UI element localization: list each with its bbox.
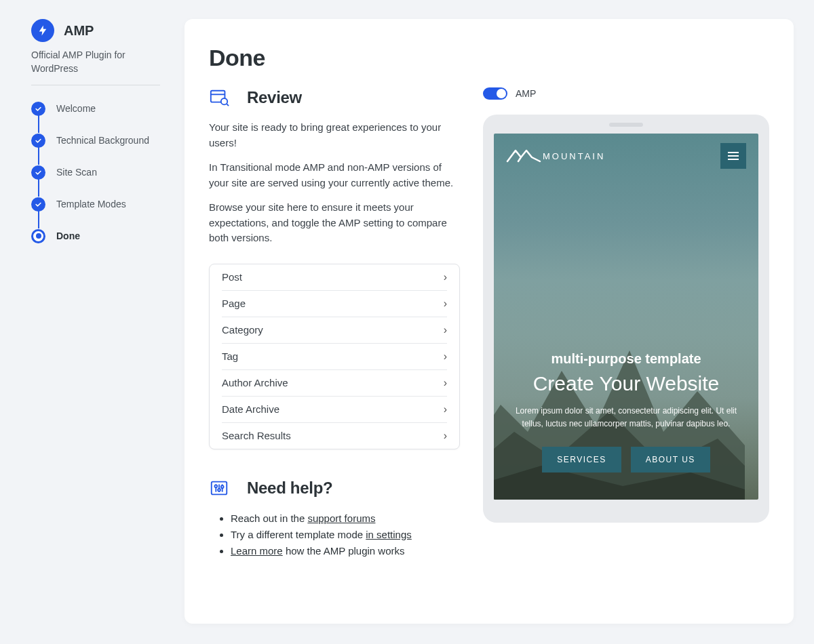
about-us-button[interactable]: ABOUT US (631, 447, 710, 472)
main-card: Done Review Your site is (185, 19, 794, 624)
step-label: Technical Background (56, 135, 149, 146)
hamburger-icon (727, 151, 739, 161)
type-item-date-archive[interactable]: Date Archive › (222, 397, 447, 423)
review-p1: Your site is ready to bring great experi… (209, 120, 460, 150)
learn-more-link[interactable]: Learn more (231, 545, 283, 557)
services-button[interactable]: SERVICES (542, 447, 621, 472)
preview-header: MOUNTAIN (506, 143, 746, 169)
sidebar: AMP Official AMP Plugin for WordPress We… (31, 19, 160, 624)
type-label: Tag (222, 350, 238, 362)
step-technical-background[interactable]: Technical Background (31, 129, 160, 151)
type-item-post[interactable]: Post › (222, 264, 447, 291)
device-preview: MOUNTAIN multi-purpose t (483, 115, 769, 523)
help-heading: Need help? (247, 479, 332, 498)
chevron-right-icon: › (444, 271, 447, 283)
check-icon (31, 102, 45, 116)
chevron-right-icon: › (444, 298, 447, 310)
help-item: Reach out in the support forums (231, 510, 460, 526)
device-notch (609, 123, 643, 127)
step-label: Site Scan (56, 167, 97, 178)
help-item: Learn more how the AMP plugin works (231, 543, 460, 559)
step-label: Template Modes (56, 199, 126, 209)
preview-screen: MOUNTAIN multi-purpose t (494, 134, 758, 500)
in-settings-link[interactable]: in settings (366, 529, 412, 540)
chevron-right-icon: › (444, 324, 447, 336)
amp-toggle-row: AMP (483, 87, 769, 100)
step-welcome[interactable]: Welcome (31, 98, 160, 119)
review-p3: Browse your site here to ensure it meets… (209, 200, 460, 246)
review-description: Your site is ready to bring great experi… (209, 120, 460, 246)
type-item-page[interactable]: Page › (222, 291, 447, 317)
current-step-icon (31, 229, 45, 243)
content-type-list: Post › Page › Category › Tag › (209, 264, 460, 449)
type-label: Category (222, 324, 263, 336)
help-section: Need help? Reach out in the support foru… (209, 478, 460, 559)
type-label: Post (222, 271, 242, 283)
type-label: Page (222, 298, 246, 309)
amp-logo-icon (31, 19, 54, 42)
preview-site-name: MOUNTAIN (543, 151, 605, 161)
type-label: Date Archive (222, 403, 279, 415)
chevron-right-icon: › (444, 430, 447, 442)
review-heading: Review (247, 88, 302, 107)
wizard-steps: Welcome Technical Background Site Scan T… (31, 98, 160, 247)
brand-subtitle: Official AMP Plugin for WordPress (31, 49, 160, 85)
right-column: AMP (483, 87, 769, 523)
hero-subtitle: multi-purpose template (506, 351, 746, 367)
check-icon (31, 197, 45, 212)
page-title: Done (209, 45, 769, 71)
preview-hero: multi-purpose template Create Your Websi… (506, 351, 746, 500)
hero-description: Lorem ipsum dolor sit amet, consectetur … (506, 405, 746, 430)
mountain-logo-icon (506, 146, 541, 165)
left-column: Review Your site is ready to bring great… (209, 87, 460, 559)
chevron-right-icon: › (444, 377, 447, 389)
amp-toggle-label: AMP (516, 88, 536, 99)
brand-name: AMP (64, 23, 94, 39)
svg-line-3 (227, 104, 229, 106)
brand: AMP (31, 19, 160, 42)
amp-toggle[interactable] (483, 87, 507, 100)
type-label: Search Results (222, 430, 291, 441)
svg-point-10 (221, 485, 224, 488)
sliders-icon (209, 478, 229, 498)
review-p2: In Transitional mode AMP and non-AMP ver… (209, 160, 460, 190)
step-label: Welcome (56, 103, 96, 114)
hamburger-menu-button[interactable] (720, 143, 746, 169)
preview-site-logo: MOUNTAIN (506, 146, 605, 165)
svg-point-6 (214, 485, 217, 487)
type-item-author-archive[interactable]: Author Archive › (222, 370, 447, 397)
check-icon (31, 134, 45, 148)
type-item-search-results[interactable]: Search Results › (222, 423, 447, 449)
step-label: Done (56, 230, 80, 241)
support-forums-link[interactable]: support forums (307, 512, 375, 524)
type-item-tag[interactable]: Tag › (222, 344, 447, 370)
chevron-right-icon: › (444, 350, 447, 363)
help-item: Try a different template mode in setting… (231, 527, 460, 542)
type-label: Author Archive (222, 377, 288, 388)
step-done[interactable]: Done (31, 225, 160, 247)
step-template-modes[interactable]: Template Modes (31, 193, 160, 215)
type-item-category[interactable]: Category › (222, 317, 447, 344)
svg-point-2 (221, 98, 227, 104)
step-site-scan[interactable]: Site Scan (31, 161, 160, 183)
help-list: Reach out in the support forums Try a di… (209, 510, 460, 559)
check-icon (31, 165, 45, 180)
svg-point-8 (218, 488, 220, 491)
review-icon (209, 87, 229, 108)
hero-title: Create Your Website (506, 372, 746, 395)
chevron-right-icon: › (444, 403, 447, 416)
review-heading-row: Review (209, 87, 460, 108)
